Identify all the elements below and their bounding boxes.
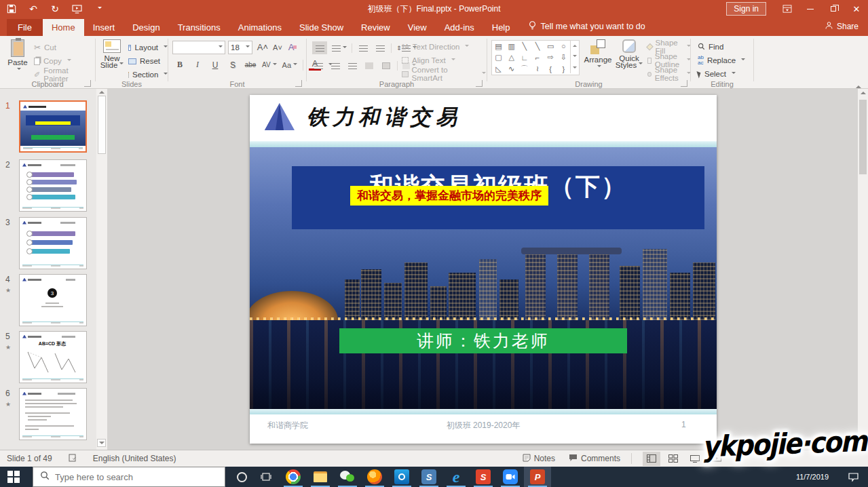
- tell-me-box[interactable]: Tell me what you want to do: [519, 17, 654, 36]
- scroll-up-arrow[interactable]: [858, 91, 868, 94]
- tab-design[interactable]: Design: [124, 19, 168, 36]
- quick-styles-button[interactable]: Quick Styles: [615, 36, 643, 81]
- language-button[interactable]: English (United States): [93, 454, 176, 463]
- taskbar-powerpoint[interactable]: P: [524, 467, 551, 487]
- tab-file[interactable]: File: [7, 19, 43, 36]
- slide-thumbnail-2[interactable]: [19, 159, 87, 212]
- numbering-button[interactable]: [332, 41, 347, 54]
- cut-button[interactable]: ✂Cut: [34, 41, 94, 54]
- shapes-scroll-down-button[interactable]: [570, 51, 579, 61]
- comments-button[interactable]: Comments: [569, 454, 620, 464]
- tab-transitions[interactable]: Transitions: [169, 19, 229, 36]
- shape-icon[interactable]: ◺: [492, 64, 505, 75]
- slide-thumbnail-3[interactable]: [19, 217, 87, 269]
- shape-icon[interactable]: ≀: [531, 64, 544, 75]
- underline-button[interactable]: U: [209, 58, 221, 71]
- taskbar-snagit[interactable]: S: [415, 467, 442, 487]
- scrollbar-thumb[interactable]: [859, 100, 867, 174]
- decrease-indent-button[interactable]: [357, 41, 369, 54]
- shape-icon[interactable]: }: [557, 64, 570, 75]
- footer-center-placeholder[interactable]: 初级班 2019-2020年: [250, 420, 717, 431]
- taskbar-zoom[interactable]: [497, 467, 524, 487]
- tab-animations[interactable]: Animations: [229, 19, 290, 36]
- shape-icon[interactable]: ▢: [492, 52, 505, 63]
- subtitle-box[interactable]: 和谐交易，掌握金融市场的完美秩序: [350, 186, 548, 206]
- lecturer-box[interactable]: 讲师：铁力老师: [339, 328, 627, 353]
- reading-view-button[interactable]: [686, 452, 704, 466]
- shape-outline-button[interactable]: Shape Outline: [647, 54, 691, 67]
- tab-help[interactable]: Help: [483, 19, 519, 36]
- notes-button[interactable]: Notes: [523, 454, 555, 464]
- scroll-up-arrow[interactable]: [97, 90, 106, 94]
- thumbnail-panel-scrollbar[interactable]: [96, 89, 107, 450]
- shape-icon[interactable]: ▥: [505, 41, 518, 52]
- shapes-scroll-up-button[interactable]: [570, 41, 579, 51]
- taskbar-clock-date[interactable]: 11/7/2019: [796, 473, 829, 481]
- shape-icon[interactable]: {: [544, 64, 557, 75]
- taskbar-outlook[interactable]: [388, 467, 415, 487]
- redo-icon[interactable]: ↻: [49, 3, 61, 15]
- justify-button[interactable]: [363, 59, 375, 72]
- shape-icon[interactable]: ⌐: [531, 52, 544, 63]
- start-slideshow-icon[interactable]: [71, 3, 83, 15]
- slide-thumbnail-4[interactable]: 3: [19, 274, 87, 326]
- replace-button[interactable]: abac Replace: [698, 54, 752, 67]
- character-spacing-button[interactable]: AV: [262, 58, 277, 71]
- shape-fill-button[interactable]: Shape Fill: [647, 40, 691, 54]
- tab-insert[interactable]: Insert: [84, 19, 124, 36]
- normal-view-button[interactable]: [643, 452, 660, 466]
- close-button[interactable]: ✕: [845, 0, 868, 18]
- task-view-button[interactable]: [252, 467, 280, 487]
- increase-font-size-button[interactable]: A˄: [257, 41, 269, 54]
- sign-in-button[interactable]: Sign in: [726, 2, 766, 16]
- strikethrough-button[interactable]: abe: [244, 58, 257, 71]
- bold-button[interactable]: B: [174, 58, 186, 71]
- taskbar-wechat[interactable]: [334, 467, 361, 487]
- collapse-ribbon-button[interactable]: [856, 77, 861, 85]
- brand-title-textbox[interactable]: 铁力和谐交易: [307, 103, 461, 132]
- search-input[interactable]: [55, 472, 204, 482]
- taskbar-firefox[interactable]: [361, 467, 388, 487]
- bullets-button[interactable]: [312, 41, 327, 54]
- start-button[interactable]: [0, 467, 27, 487]
- arrange-button[interactable]: Arrange: [582, 36, 614, 81]
- undo-icon[interactable]: ↶: [27, 3, 39, 15]
- italic-button[interactable]: I: [191, 58, 204, 71]
- decrease-font-size-button[interactable]: A˅: [271, 41, 284, 54]
- shape-icon[interactable]: ⇨: [544, 52, 557, 63]
- slide-thumbnail-6[interactable]: [19, 388, 87, 440]
- text-shadow-button[interactable]: S: [227, 58, 239, 71]
- shape-icon[interactable]: ⌒: [518, 64, 531, 75]
- taskbar-file-explorer[interactable]: [307, 467, 334, 487]
- customize-qat-dropdown-icon[interactable]: [92, 3, 105, 15]
- paste-button[interactable]: Paste: [4, 36, 31, 81]
- tab-slideshow[interactable]: Slide Show: [290, 19, 352, 36]
- cortana-button[interactable]: [228, 467, 255, 487]
- format-painter-button[interactable]: ✐Format Painter: [34, 68, 94, 81]
- shape-icon[interactable]: ▭: [544, 41, 557, 52]
- new-slide-button[interactable]: New Slide: [99, 36, 125, 81]
- taskbar-search-box[interactable]: [33, 467, 225, 487]
- layout-button[interactable]: Layout: [128, 41, 168, 54]
- spell-check-icon[interactable]: [69, 454, 78, 464]
- slide-thumbnail-1[interactable]: [19, 100, 87, 153]
- text-direction-button[interactable]: ‖AText Direction: [402, 40, 486, 54]
- font-size-combobox[interactable]: 18: [228, 41, 252, 54]
- ribbon-display-options-button[interactable]: [776, 0, 799, 18]
- shape-effects-button[interactable]: Shape Effects: [647, 67, 691, 81]
- shape-icon[interactable]: ╲: [531, 41, 544, 52]
- copy-button[interactable]: Copy: [34, 54, 94, 68]
- font-dialog-launcher[interactable]: [295, 80, 302, 87]
- taskbar-sogou[interactable]: S: [470, 467, 497, 487]
- shape-icon[interactable]: ▤: [492, 41, 505, 52]
- scrollbar-thumb[interactable]: [98, 96, 106, 154]
- slide-thumbnail-5[interactable]: AB=CD 形态: [19, 331, 87, 383]
- shape-icon[interactable]: △: [505, 52, 518, 63]
- tab-home[interactable]: Home: [43, 19, 84, 36]
- align-text-button[interactable]: Align Text: [402, 54, 486, 67]
- restore-button[interactable]: [822, 0, 845, 18]
- minimize-button[interactable]: [799, 0, 822, 18]
- tab-review[interactable]: Review: [352, 19, 399, 36]
- shape-icon[interactable]: ∟: [518, 52, 531, 63]
- find-button[interactable]: Find: [698, 40, 752, 54]
